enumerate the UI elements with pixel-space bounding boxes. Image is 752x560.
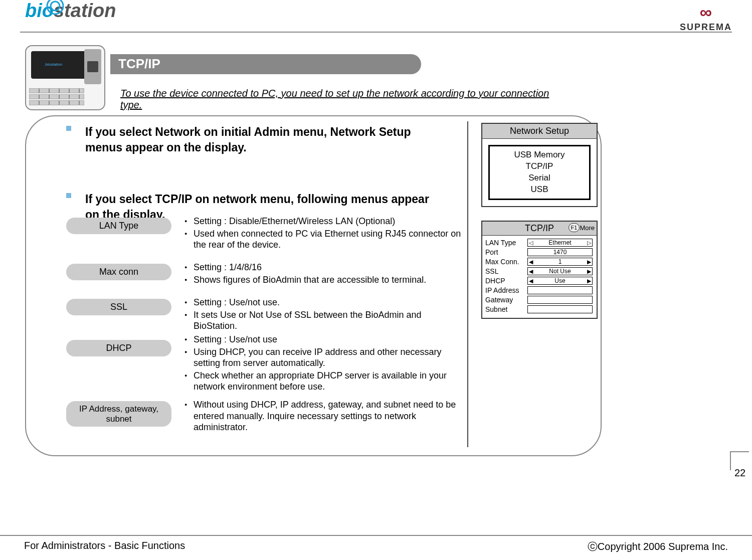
vertical-divider <box>467 121 468 447</box>
intro-text: To use the device connected to PC, you n… <box>120 88 572 111</box>
menu-item: USB <box>493 184 586 196</box>
setting-row: Port1470 <box>485 247 594 257</box>
setting-pill: LAN Type <box>66 218 171 234</box>
description-line: It sets Use or Not Use of SSL between th… <box>184 309 465 332</box>
setting-label: Gateway <box>485 296 527 304</box>
setting-value: ◀1▶ <box>527 258 593 266</box>
panel-title: Network Setup <box>482 124 597 139</box>
setting-row: Gateway <box>485 295 594 304</box>
setting-row: Max Conn.◀1▶ <box>485 257 594 266</box>
more-label: More <box>580 224 595 232</box>
tcpip-settings-panel: TCP/IP F1 More LAN Type◁Ethernet▷Port147… <box>481 221 598 319</box>
menu-item: USB Memory <box>493 149 586 161</box>
setting-value <box>527 296 593 304</box>
f1-key-icon: F1 <box>569 223 580 232</box>
setting-row: SSL◀Not Use▶ <box>485 266 594 276</box>
description-line: Without using DHCP, IP address, gateway,… <box>184 399 465 433</box>
logo-biostation: biostation <box>25 0 116 22</box>
menu-item: TCP/IP <box>493 161 586 172</box>
setting-value: ◀Use▶ <box>527 277 593 285</box>
setting-description: Setting : Disable/Ethernet/Wireless LAN … <box>184 216 465 252</box>
setting-value <box>527 305 593 313</box>
setting-label: LAN Type <box>485 239 527 247</box>
setting-value <box>527 286 593 294</box>
setting-label: SSL <box>485 267 527 275</box>
setting-pill: DHCP <box>66 340 171 356</box>
setting-pill: IP Address, gateway, subnet <box>66 401 171 427</box>
description-line: Check whether an appropriate DHCP server… <box>184 370 465 393</box>
setting-row: DHCP◀Use▶ <box>485 276 594 285</box>
page-title: TCP/IP <box>110 54 421 74</box>
setting-description: Setting : Use/not use.It sets Use or Not… <box>184 297 465 333</box>
description-line: Setting : Use/not use <box>184 334 465 345</box>
setting-description: Setting : 1/4/8/16Shows figures of BioAd… <box>184 262 465 286</box>
setting-row: IP Address <box>485 285 594 295</box>
menu-item: Serial <box>493 172 586 184</box>
panel-title: TCP/IP F1 More <box>482 222 597 236</box>
page-header: biostation ∞ SUPREMA <box>20 0 732 33</box>
description-line: Setting : Disable/Ethernet/Wireless LAN … <box>184 216 465 227</box>
setting-value: 1470 <box>527 248 593 256</box>
network-setup-panel: Network Setup USB Memory TCP/IP Serial U… <box>481 123 598 207</box>
description-line: Setting : 1/4/8/16 <box>184 262 465 273</box>
svg-point-1 <box>51 2 60 11</box>
logo-suprema: ∞ SUPREMA <box>680 3 732 33</box>
page-footer: For Administrators - Basic Functions ⓒCo… <box>0 535 752 555</box>
setting-description: Setting : Use/not useUsing DHCP, you can… <box>184 334 465 394</box>
footer-left: For Administrators - Basic Functions <box>24 540 185 551</box>
page-number: 22 <box>730 451 749 470</box>
setting-row: Subnet <box>485 304 594 314</box>
setting-label: Subnet <box>485 305 527 313</box>
setting-label: Port <box>485 248 527 256</box>
setting-value: ◁Ethernet▷ <box>527 239 593 247</box>
description-line: Shows figures of BioAdmin that are acces… <box>184 274 465 286</box>
bullet-icon <box>66 123 79 132</box>
setting-label: DHCP <box>485 277 527 285</box>
setting-value: ◀Not Use▶ <box>527 267 593 275</box>
bullet-icon <box>66 191 79 200</box>
setting-pill: Max conn <box>66 264 171 280</box>
setting-pill: SSL <box>66 299 171 315</box>
description-line: Setting : Use/not use. <box>184 297 465 308</box>
setting-label: IP Address <box>485 286 527 294</box>
description-line: Used when connected to PC via Ethernet u… <box>184 228 465 251</box>
setting-description: Without using DHCP, IP address, gateway,… <box>184 399 465 434</box>
description-line: Using DHCP, you can receive IP address a… <box>184 346 465 369</box>
panel-body: USB Memory TCP/IP Serial USB <box>488 145 591 200</box>
setting-row: LAN Type◁Ethernet▷ <box>485 238 594 247</box>
footer-right: ⓒCopyright 2006 Suprema Inc. <box>588 540 728 553</box>
setting-label: Max Conn. <box>485 258 527 266</box>
device-thumbnail <box>25 45 105 110</box>
section-heading-1: If you select Network on initial Admin m… <box>85 124 446 155</box>
